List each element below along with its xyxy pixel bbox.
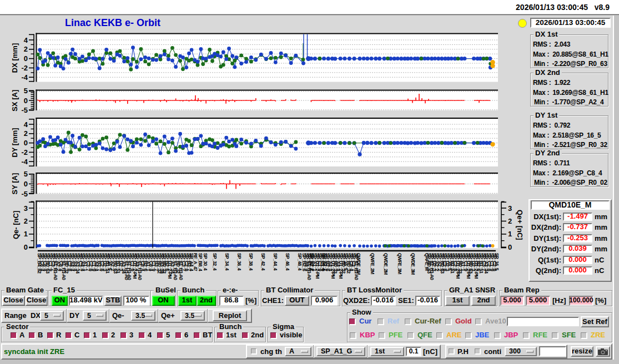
svg-text:5: 5 xyxy=(24,170,28,178)
svg-text:2: 2 xyxy=(24,217,28,225)
svg-text:RF_A_47: RF_A_47 xyxy=(193,253,198,271)
svg-text:Qe+ [nC]: Qe+ [nC] xyxy=(516,210,524,240)
svg-text:-5: -5 xyxy=(21,106,28,114)
svg-text:-4: -4 xyxy=(21,73,28,82)
svg-text:QWDE_1M: QWDE_1M xyxy=(356,253,361,275)
svg-text:SP_42_4: SP_42_4 xyxy=(260,253,266,271)
svg-text:1: 1 xyxy=(508,230,512,238)
svg-text:SP_30_4: SP_30_4 xyxy=(203,253,208,271)
svg-text:QWFE_3M: QWFE_3M xyxy=(397,253,402,274)
svg-text:0: 0 xyxy=(24,97,28,105)
svg-text:5: 5 xyxy=(24,87,28,95)
svg-text:0: 0 xyxy=(24,54,28,63)
svg-text:3: 3 xyxy=(508,204,512,213)
svg-text:SP_38_4: SP_38_4 xyxy=(248,253,254,271)
svg-text:2: 2 xyxy=(24,129,28,138)
svg-text:SP_32_4: SP_32_4 xyxy=(212,253,218,271)
svg-text:-2: -2 xyxy=(21,148,28,156)
svg-text:QWDE_2M: QWDE_2M xyxy=(383,253,389,275)
svg-text:QWDE_3M: QWDE_3M xyxy=(410,253,416,275)
svg-text:0: 0 xyxy=(24,180,28,188)
svg-text:0: 0 xyxy=(24,243,28,251)
svg-text:QWFE_2M: QWFE_2M xyxy=(370,253,375,274)
svg-text:Qe- [nC]: Qe- [nC] xyxy=(12,211,20,239)
svg-text:2: 2 xyxy=(508,217,512,225)
svg-text:2: 2 xyxy=(24,45,28,53)
svg-text:SP_36_4: SP_36_4 xyxy=(236,253,242,271)
svg-text:DY [mm]: DY [mm] xyxy=(11,128,19,157)
svg-text:SX [A]: SX [A] xyxy=(11,90,19,112)
svg-text:3: 3 xyxy=(24,204,28,213)
svg-text:-2: -2 xyxy=(21,64,28,72)
svg-text:4: 4 xyxy=(24,36,28,44)
svg-text:SP_16_5: SP_16_5 xyxy=(494,253,500,271)
svg-text:1: 1 xyxy=(24,230,28,238)
svg-text:0: 0 xyxy=(24,139,28,147)
svg-text:SP_34_4: SP_34_4 xyxy=(224,253,230,271)
svg-text:0: 0 xyxy=(508,243,512,251)
svg-text:-4: -4 xyxy=(21,158,28,166)
svg-text:SP_46_4: SP_46_4 xyxy=(285,253,290,271)
svg-text:SP_B8_4: SP_B8_4 xyxy=(198,253,203,271)
svg-text:SP_44_4: SP_44_4 xyxy=(273,253,278,271)
svg-text:DX [mm]: DX [mm] xyxy=(11,43,19,73)
svg-text:4: 4 xyxy=(24,120,28,129)
svg-text:-5: -5 xyxy=(21,190,28,198)
svg-text:SY [A]: SY [A] xyxy=(11,173,19,195)
